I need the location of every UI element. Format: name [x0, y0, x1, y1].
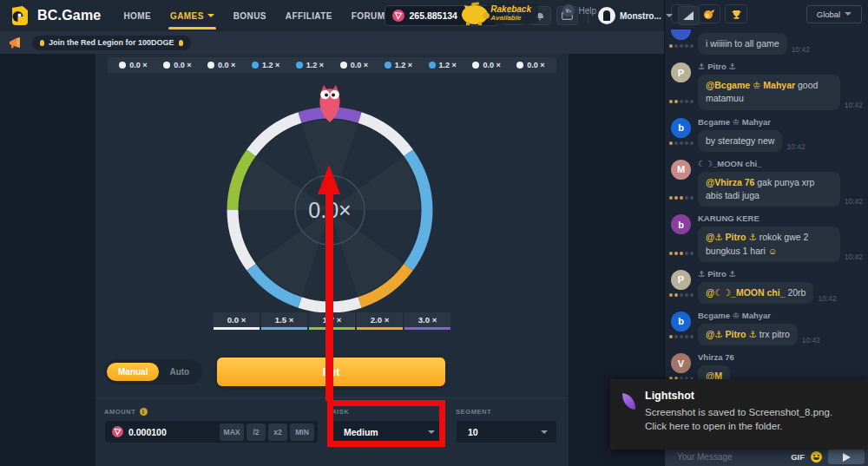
user-mention[interactable]: @Vhirza 76: [706, 177, 754, 187]
avatar[interactable]: [671, 30, 691, 40]
result-value: 0.0 ×: [527, 61, 544, 69]
avatar[interactable]: b: [671, 312, 691, 331]
user-level-dots: [669, 252, 694, 255]
avatar[interactable]: b: [671, 214, 691, 234]
level-dot: [685, 335, 688, 338]
chat-username[interactable]: Bcgame ♔ Mahyar: [698, 311, 863, 320]
user-mention[interactable]: @⚓ Pitro ⚓: [706, 329, 757, 339]
level-dot: [685, 44, 688, 48]
announcement-link[interactable]: Join the Red Legion for 100DOGE: [32, 36, 191, 50]
level-dot: [680, 335, 683, 338]
bc-game-app: BC.Game HOMEGAMESBONUSAFFILIATEFORUM 265…: [0, 0, 868, 466]
user-level-dots: [669, 44, 694, 48]
result-dot: [119, 62, 126, 69]
chat-username[interactable]: Vhirza 76: [698, 352, 863, 362]
chat-message-input[interactable]: Your Message: [677, 452, 785, 462]
chat-username[interactable]: Bcgame ♔ Mahyar: [698, 117, 863, 127]
amount-max-button[interactable]: MAX: [220, 423, 244, 441]
auto-mode-button[interactable]: Auto: [159, 363, 200, 381]
gif-button[interactable]: GIF: [791, 452, 805, 462]
chat-username[interactable]: ⚓ Pitro ⚓: [698, 62, 863, 71]
message-timestamp: 10:42: [845, 253, 863, 262]
logo[interactable]: BC.Game: [9, 5, 101, 27]
piggy-bank-icon: [457, 0, 494, 26]
history-result: 0.0 ×: [163, 61, 191, 69]
user-level-dots: [669, 100, 694, 103]
amount-value: 0.000100: [128, 427, 217, 437]
chat-message: P⚓ Pitro ⚓@☾☽_MOON chi_ 20rb10:42: [665, 269, 868, 304]
avatar[interactable]: P: [671, 62, 691, 82]
history-result: 0.0 ×: [472, 61, 500, 69]
result-dot: [207, 62, 214, 69]
menu-item-affiliate[interactable]: AFFILIATE: [286, 0, 332, 31]
level-dot: [690, 196, 694, 200]
chat-message: bKARUNG KERE@⚓ Pitro ⚓ rokok gwe 2 bungk…: [665, 213, 868, 261]
message-text: trx pitro: [757, 329, 790, 339]
legend-color-bar: [261, 327, 307, 330]
chat-channel-select[interactable]: Global: [806, 5, 862, 23]
chevron-down-icon: [207, 14, 214, 17]
legend-color-bar: [357, 327, 403, 330]
level-dot: [685, 196, 688, 200]
user-mention[interactable]: @Bcgame ♔ Mahyar: [706, 80, 795, 90]
level-dot: [690, 141, 694, 145]
chat-message-body: by sterategy new10:42: [698, 130, 863, 152]
menu-item-home[interactable]: HOME: [123, 0, 151, 31]
chat-message-body: @☾☽_MOON chi_ 20rb10:42: [698, 282, 863, 304]
emoji-picker-button[interactable]: [811, 451, 822, 463]
level-dot: [685, 100, 688, 103]
chat-username[interactable]: ⚓ Pitro ⚓: [698, 269, 863, 279]
info-icon[interactable]: i: [140, 408, 148, 416]
level-dot: [669, 44, 673, 48]
amount-input[interactable]: 0.000100 MAX /2 x2 MIN: [104, 420, 319, 443]
main-menu: HOMEGAMESBONUSAFFILIATEFORUM: [123, 0, 385, 31]
manual-mode-button[interactable]: Manual: [107, 363, 159, 381]
chat-bubble: @⚓ Pitro ⚓ trx pitro: [698, 324, 798, 345]
chat-username[interactable]: ☾☽_MOON chi_: [698, 159, 863, 168]
chat-bubble: @Vhirza 76 gak punya xrp abis tadi juga: [698, 172, 840, 207]
chat-message-body: @Bcgame ♔ Mahyar good matamuu10:42: [698, 75, 863, 109]
user-menu[interactable]: Monstro...: [598, 7, 673, 24]
chat-bubble: by sterategy new: [698, 130, 782, 152]
menu-item-bonus[interactable]: BONUS: [233, 0, 266, 31]
result-dot: [296, 62, 303, 69]
chevron-down-icon: [541, 430, 548, 434]
help-button[interactable]: ? Help: [562, 4, 596, 16]
annotation-arrow-shaft: [326, 193, 333, 401]
laughing-emoji: ☺: [768, 246, 778, 256]
lightshot-notification[interactable]: Lightshot Screenshot is saved to Screens…: [610, 379, 868, 450]
level-dot: [690, 44, 694, 48]
segment-select[interactable]: 10: [456, 420, 557, 443]
question-icon: ?: [562, 4, 575, 16]
chat-message: M☾☽_MOON chi_@Vhirza 76 gak punya xrp ab…: [665, 159, 868, 207]
send-message-button[interactable]: [828, 450, 865, 464]
amount-min-button[interactable]: MIN: [290, 423, 314, 441]
level-dot: [680, 100, 683, 103]
chat-promo-button[interactable]: [698, 4, 720, 23]
menu-item-forum[interactable]: FORUM: [352, 0, 385, 31]
bet-mode-toggle: Manual Auto: [104, 359, 202, 384]
bulb-icon: [40, 40, 44, 46]
send-icon: [843, 453, 851, 462]
message-timestamp: 10:42: [818, 294, 836, 304]
avatar[interactable]: P: [671, 270, 691, 290]
amount-half-button[interactable]: /2: [247, 423, 266, 441]
avatar[interactable]: V: [671, 353, 691, 373]
trophy-icon: [731, 9, 742, 20]
user-mention[interactable]: @☾☽_MOON chi_: [706, 287, 786, 298]
legend-multiplier: 3.0 ×: [404, 312, 450, 327]
chat-toggle-button[interactable]: [678, 6, 700, 25]
legend-multiplier: 1.5 ×: [261, 312, 307, 327]
avatar[interactable]: M: [671, 160, 691, 180]
rakeback-widget[interactable]: Rakeback Available: [457, 0, 538, 26]
menu-item-games[interactable]: GAMES: [170, 0, 214, 31]
amount-double-button[interactable]: x2: [268, 423, 287, 441]
user-mention[interactable]: @⚓ Pitro ⚓: [706, 232, 757, 242]
menu-item-label: BONUS: [233, 11, 266, 21]
chat-username[interactable]: KARUNG KERE: [698, 213, 863, 223]
trx-coin-icon: [392, 10, 404, 22]
logo-text: BC.Game: [37, 8, 101, 23]
chat-contest-button[interactable]: [725, 4, 747, 23]
segment-label: SEGMENT: [456, 408, 491, 416]
avatar[interactable]: b: [671, 118, 691, 138]
